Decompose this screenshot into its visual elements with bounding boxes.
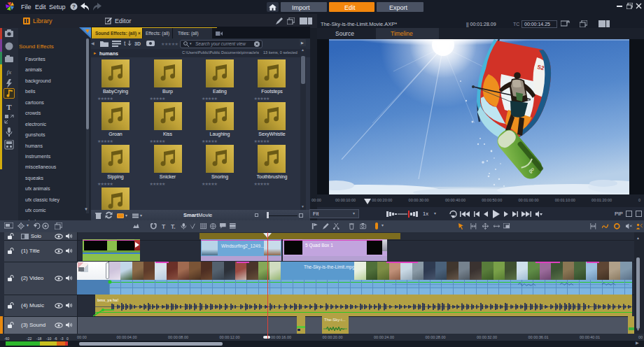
svg-text:?: ? xyxy=(72,3,76,10)
svg-text:fx: fx xyxy=(7,69,12,76)
svg-text:T.: T. xyxy=(171,223,176,229)
svg-text:t: t xyxy=(124,40,126,47)
svg-text:T: T xyxy=(162,223,166,229)
svg-text:T: T xyxy=(6,103,12,111)
